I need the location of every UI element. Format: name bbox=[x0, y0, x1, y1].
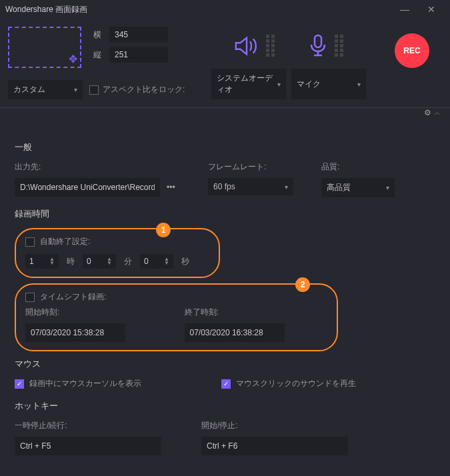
area-mode-value: カスタム bbox=[13, 84, 45, 95]
output-label: 出力先: bbox=[15, 161, 188, 173]
mic-value: マイク bbox=[297, 79, 321, 90]
click-sound-label: マウスクリックのサウンドを再生 bbox=[236, 378, 356, 389]
record-button[interactable]: REC bbox=[395, 33, 429, 68]
start-time-input[interactable] bbox=[25, 323, 125, 342]
startstop-hotkey-label: 開始/停止: bbox=[201, 420, 348, 431]
show-cursor-label: 録画中にマウスカーソルを表示 bbox=[29, 378, 141, 389]
timeshift-row[interactable]: タイムシフト録画: bbox=[25, 291, 327, 303]
framerate-select[interactable]: 60 fps ▾ bbox=[208, 178, 293, 195]
width-input[interactable] bbox=[109, 27, 168, 43]
aspect-lock-label: アスペクト比をロック: bbox=[103, 84, 185, 95]
stepper-arrows-icon[interactable]: ▲▼ bbox=[164, 257, 169, 265]
callout-badge-2: 2 bbox=[295, 277, 310, 292]
quality-value: 高品質 bbox=[327, 182, 351, 193]
pause-hotkey-input[interactable] bbox=[15, 437, 161, 455]
click-sound-checkbox[interactable]: ✓ bbox=[221, 379, 231, 389]
section-hotkey: ホットキー bbox=[15, 400, 435, 412]
callout-1: 1 自動終了設定: 1 ▲▼ 時 0 ▲▼ 分 0 ▲▼ 秒 bbox=[15, 228, 220, 278]
chevron-down-icon: ▾ bbox=[386, 184, 389, 191]
move-icon: ✥ bbox=[69, 53, 77, 65]
mins-value: 0 bbox=[87, 257, 91, 266]
output-path-input[interactable] bbox=[15, 178, 160, 197]
hours-spinner[interactable]: 1 ▲▼ bbox=[25, 254, 59, 269]
browse-button[interactable]: ••• bbox=[163, 183, 179, 192]
pause-hotkey-label: 一時停止/続行: bbox=[15, 420, 161, 431]
window-title: Wondershare 画面録画 bbox=[5, 4, 391, 15]
start-time-label: 開始時刻: bbox=[25, 307, 169, 318]
minimize-button[interactable]: — bbox=[391, 4, 418, 15]
startstop-hotkey-input[interactable] bbox=[201, 437, 348, 455]
section-mouse: マウス bbox=[15, 358, 435, 370]
chevron-down-icon: ▾ bbox=[357, 81, 361, 88]
end-time-label: 終了時刻: bbox=[185, 307, 328, 318]
quality-label: 品質: bbox=[321, 161, 401, 173]
height-input[interactable] bbox=[109, 47, 168, 63]
chevron-down-icon: ▾ bbox=[277, 81, 281, 88]
gear-icon[interactable]: ⚙ bbox=[424, 108, 431, 117]
stepper-arrows-icon[interactable]: ▲▼ bbox=[49, 257, 55, 265]
close-button[interactable]: ✕ bbox=[418, 4, 445, 15]
timeshift-label: タイムシフト録画: bbox=[40, 291, 106, 303]
aspect-lock-checkbox[interactable] bbox=[89, 85, 99, 95]
chevron-down-icon: ▾ bbox=[285, 183, 288, 191]
auto-stop-label: 自動終了設定: bbox=[40, 236, 90, 247]
show-cursor-row[interactable]: ✓ 録画中にマウスカーソルを表示 bbox=[15, 378, 141, 389]
svg-rect-0 bbox=[315, 35, 321, 47]
stepper-arrows-icon[interactable]: ▲▼ bbox=[107, 257, 112, 265]
area-mode-select[interactable]: カスタム ▾ bbox=[8, 80, 83, 99]
show-cursor-checkbox[interactable]: ✓ bbox=[15, 379, 24, 389]
framerate-value: 60 fps bbox=[213, 182, 235, 191]
end-time-input[interactable] bbox=[185, 323, 285, 342]
framerate-label: フレームレート: bbox=[208, 161, 301, 173]
speaker-icon[interactable] bbox=[234, 35, 259, 57]
hours-unit: 時 bbox=[67, 256, 75, 267]
timeshift-checkbox[interactable] bbox=[25, 293, 35, 302]
chevron-down-icon: ▾ bbox=[74, 86, 77, 93]
hours-value: 1 bbox=[29, 257, 34, 266]
capture-area-box[interactable]: ✥ bbox=[8, 27, 81, 68]
quality-select[interactable]: 高品質 ▾ bbox=[321, 178, 395, 197]
section-rectime: 録画時間 bbox=[15, 208, 435, 220]
secs-value: 0 bbox=[144, 257, 149, 266]
secs-unit: 秒 bbox=[181, 256, 189, 267]
auto-stop-row[interactable]: 自動終了設定: bbox=[25, 236, 209, 247]
click-sound-row[interactable]: ✓ マウスクリックのサウンドを再生 bbox=[221, 378, 356, 389]
aspect-lock-row[interactable]: アスペクト比をロック: bbox=[89, 84, 185, 95]
mins-spinner[interactable]: 0 ▲▼ bbox=[83, 254, 116, 269]
secs-spinner[interactable]: 0 ▲▼ bbox=[140, 254, 173, 269]
microphone-icon[interactable] bbox=[308, 34, 328, 58]
mic-select[interactable]: マイク ▾ bbox=[291, 69, 366, 99]
callout-badge-1: 1 bbox=[156, 223, 171, 237]
section-general: 一般 bbox=[15, 141, 435, 153]
system-audio-meter bbox=[266, 35, 275, 57]
system-audio-select[interactable]: システムオーディオ ▾ bbox=[211, 69, 286, 99]
mic-meter bbox=[335, 35, 343, 57]
height-label: 縦 bbox=[93, 49, 104, 61]
mins-unit: 分 bbox=[124, 256, 132, 267]
system-audio-value: システムオーディオ bbox=[217, 73, 277, 95]
width-label: 横 bbox=[93, 29, 104, 41]
collapse-icon[interactable]: ︿ bbox=[434, 108, 441, 117]
callout-2: 2 タイムシフト録画: 開始時刻: 終了時刻: bbox=[15, 283, 338, 351]
auto-stop-checkbox[interactable] bbox=[25, 237, 35, 247]
